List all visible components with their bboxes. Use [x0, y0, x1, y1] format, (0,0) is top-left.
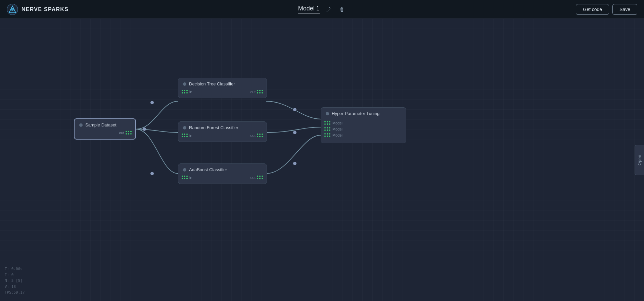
node-hyper-param-title: Hyper-Parameter Tuning	[332, 111, 379, 116]
node-dot	[183, 168, 186, 172]
node-dot	[183, 126, 186, 129]
stats-overlay: T: 0.00s I: 0 N: 5 [5] V: 18 FPS:59.17	[5, 266, 25, 296]
header-center: Model 1	[298, 5, 347, 14]
svg-point-4	[293, 108, 296, 111]
port-out[interactable]: out	[250, 90, 263, 94]
port-out[interactable]: out	[250, 134, 263, 138]
header: NERVE SPARKS Model 1 Get code Save	[0, 0, 644, 19]
node-dot	[183, 82, 186, 86]
stat-t: T: 0.00s	[5, 266, 25, 272]
port-in-dots	[182, 134, 188, 138]
svg-point-5	[293, 131, 296, 134]
node-adaboost-ports: in out	[178, 175, 267, 180]
node-adaboost-title: AdaBoost Classifier	[189, 167, 227, 172]
svg-point-8	[150, 172, 154, 175]
node-hyper-param[interactable]: Hyper-Parameter Tuning Model Model	[321, 107, 406, 143]
port-out[interactable]: out	[119, 131, 132, 135]
port-in-label: in	[189, 90, 192, 94]
model-port-row-1[interactable]: Model	[324, 120, 403, 126]
port-out-dots	[257, 90, 263, 94]
node-decision-tree-title: Decision Tree Classifier	[189, 81, 235, 86]
stat-i: I: 0	[5, 272, 25, 278]
model-port-row-3[interactable]: Model	[324, 132, 403, 138]
stat-v: V: 18	[5, 284, 25, 290]
node-decision-tree[interactable]: Decision Tree Classifier in out	[178, 78, 267, 98]
node-decision-tree-ports: in out	[178, 89, 267, 95]
model-port-label-3: Model	[332, 133, 342, 137]
delete-button[interactable]	[337, 5, 347, 14]
node-sample-dataset-ports: out	[75, 130, 135, 136]
logo-text: NERVE SPARKS	[21, 6, 68, 12]
port-out-label: out	[119, 131, 124, 135]
node-random-forest[interactable]: Random Forest Classifier in out	[178, 121, 267, 142]
port-out-label: out	[250, 90, 256, 94]
port-model-dots-2	[324, 127, 331, 131]
node-adaboost-header: AdaBoost Classifier	[178, 167, 267, 175]
port-out-dots	[257, 176, 263, 180]
port-model-dots-3	[324, 133, 331, 137]
logo-area: NERVE SPARKS	[7, 4, 68, 15]
port-in-label: in	[189, 176, 192, 180]
canvas[interactable]: Sample Dataset out Decision Tree Classif…	[0, 19, 644, 301]
node-decision-tree-header: Decision Tree Classifier	[178, 81, 267, 89]
logo-icon	[7, 4, 18, 15]
node-dot	[79, 123, 83, 127]
node-random-forest-header: Random Forest Classifier	[178, 125, 267, 133]
node-sample-dataset-title: Sample Dataset	[85, 122, 117, 127]
port-out-label: out	[250, 134, 256, 138]
port-in-label: in	[189, 134, 192, 138]
model-port-label-1: Model	[332, 121, 342, 125]
node-sample-dataset[interactable]: Sample Dataset out	[74, 118, 136, 140]
port-out-dots	[126, 131, 132, 135]
get-code-button[interactable]: Get code	[576, 4, 609, 15]
node-random-forest-title: Random Forest Classifier	[189, 125, 238, 130]
port-in[interactable]: in	[182, 134, 192, 138]
svg-point-3	[143, 127, 146, 131]
port-in-dots	[182, 90, 188, 94]
connections-svg	[0, 19, 644, 301]
node-random-forest-ports: in out	[178, 133, 267, 138]
port-in[interactable]: in	[182, 176, 192, 180]
port-in-dots	[182, 176, 188, 180]
node-sample-dataset-header: Sample Dataset	[75, 122, 135, 130]
model-port-label-2: Model	[332, 127, 342, 131]
svg-point-2	[11, 8, 14, 11]
model-port-row-2[interactable]: Model	[324, 126, 403, 132]
node-adaboost[interactable]: AdaBoost Classifier in out	[178, 163, 267, 184]
edit-button[interactable]	[324, 5, 333, 14]
port-model-dots-1	[324, 121, 331, 125]
open-panel-label: Open	[637, 155, 642, 165]
node-hyper-param-header: Hyper-Parameter Tuning	[321, 111, 406, 119]
port-out[interactable]: out	[250, 176, 263, 180]
svg-point-7	[150, 101, 154, 104]
port-out-dots	[257, 134, 263, 138]
save-button[interactable]: Save	[612, 4, 637, 15]
model-title: Model 1	[298, 5, 320, 13]
svg-point-6	[293, 162, 296, 165]
header-actions: Get code Save	[576, 4, 637, 15]
node-hyper-param-model-ports: Model Model Model	[321, 119, 406, 140]
stat-fps: FPS:59.17	[5, 290, 25, 296]
node-dot	[326, 112, 329, 115]
stat-n: N: 5 [5]	[5, 278, 25, 284]
open-panel-tab[interactable]: Open	[635, 145, 644, 175]
port-out-label: out	[250, 176, 256, 180]
port-in[interactable]: in	[182, 90, 192, 94]
